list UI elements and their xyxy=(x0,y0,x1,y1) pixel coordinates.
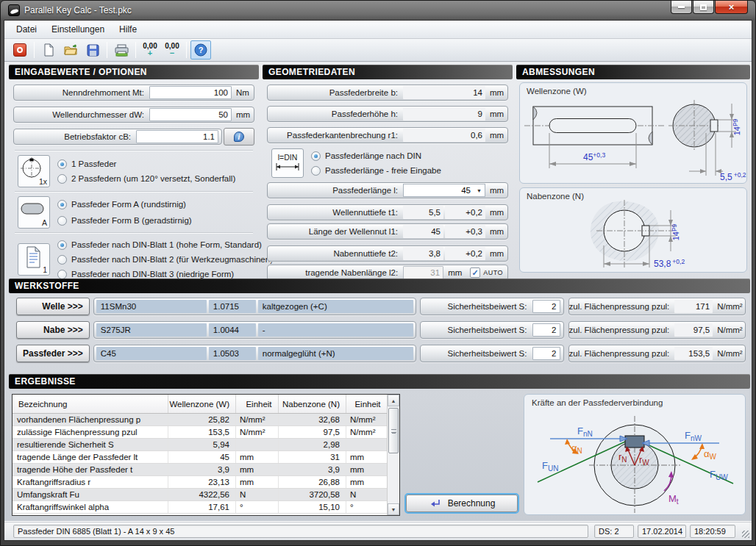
label-Mt: Mt xyxy=(668,493,679,506)
material-name: 11SMn30 xyxy=(96,300,207,313)
sicherheitsbeiwert-input[interactable]: 2 xyxy=(532,300,560,313)
anzahl-icon: 1x xyxy=(18,155,50,187)
field-unit: N/mm² xyxy=(713,326,745,334)
menu-hilfe[interactable]: Hilfe xyxy=(112,22,144,37)
material-treatment: normalgeglüht (+N) xyxy=(258,347,413,360)
table-header-row: Bezeichnung Wellenzone (W) Einheit Naben… xyxy=(13,395,399,414)
pressung-value: 97,5 xyxy=(674,323,713,337)
option-1-passfeder[interactable]: 1 Passfeder xyxy=(57,157,254,171)
toolbar-separator xyxy=(34,42,35,58)
passfeder-material: C45 1.0503 normalgeglüht (+N) xyxy=(93,345,416,362)
column-header[interactable]: Bezeichnung xyxy=(13,395,168,413)
scrollbar-thumb[interactable] xyxy=(388,408,399,453)
decimals-decrease-button[interactable]: 0,00− xyxy=(162,40,182,60)
option-2-passfedern[interactable]: 2 Passfedern (um 120° versetzt, Sonderfa… xyxy=(57,171,254,186)
field-wellennut-laenge: Länge der Wellennut l1: 45 +0,3 mm xyxy=(267,223,508,240)
enter-icon xyxy=(429,499,441,508)
radio-icon xyxy=(311,166,321,176)
info-button[interactable]: i xyxy=(224,128,254,146)
column-header[interactable]: Nabenzone (N) xyxy=(279,395,346,413)
forces-box: Kräfte an der Passfederverbindung xyxy=(524,394,746,515)
help-button[interactable]: ? xyxy=(190,40,211,60)
dim-wellennut-breite: 14P9 xyxy=(732,118,741,135)
betriebsfaktor-input[interactable]: 1.1 xyxy=(136,130,218,143)
panel-eingabewerte-header: EINGABEWERTE / OPTIONEN xyxy=(9,65,259,79)
status-time: 18:20:59 xyxy=(690,525,735,538)
welle-sicherheit: Sicherheitsbeiwert S: 2 xyxy=(420,298,564,315)
status-date: 17.02.2014 xyxy=(638,525,686,538)
column-header[interactable]: Einheit xyxy=(236,395,279,413)
field-label: Passfederlänge l: xyxy=(268,186,403,195)
nenndrehmoment-input[interactable]: 100 xyxy=(149,86,232,99)
table-row: Kraftangriffswinkel alpha17,61°15,10° xyxy=(13,501,399,514)
save-button[interactable] xyxy=(82,40,103,60)
menu-einstellungen[interactable]: Einstellungen xyxy=(44,22,112,37)
field-nabennuttiefe: Nabennuttiefe t2: 3,8 +0,2 mm xyxy=(267,245,508,262)
forces-diagram: FnN FnW FUN FUW αN αW rN rW Mt xyxy=(524,410,745,514)
svg-text:?: ? xyxy=(199,46,204,54)
field-label: zul. Flächenpressung pzul: xyxy=(569,326,675,334)
field-unit: N/mm² xyxy=(713,302,745,311)
wellenzone-diagram: 45+0,3 14P9 xyxy=(520,98,746,183)
wellendurchmesser-input[interactable]: 50 xyxy=(149,108,232,121)
titlebar[interactable]: Parallel Key Calc - Test.pkc × xyxy=(4,1,752,20)
field-wellennuttiefe: Wellennuttiefe t1: 5,5 +0,2 mm xyxy=(267,204,508,220)
ergebnisse-header: ERGEBNISSE xyxy=(9,374,750,389)
help-icon: ? xyxy=(194,43,207,57)
print-button[interactable] xyxy=(111,40,132,60)
client-area: Datei Einstellungen Hilfe xyxy=(4,20,752,541)
werkstoff-row-passfeder: Passfeder >>> C45 1.0503 normalgeglüht (… xyxy=(16,344,746,363)
new-file-button[interactable] xyxy=(38,40,59,60)
scroll-down-icon[interactable]: ▼ xyxy=(388,503,399,515)
werkstoffe-header: WERKSTOFFE xyxy=(9,279,750,293)
nabe-button[interactable]: Nabe >>> xyxy=(16,321,90,339)
werkstoff-row-nabe: Nabe >>> S275JR 1.0044 - Sicherheitsbeiw… xyxy=(16,320,746,340)
sicherheitsbeiwert-input[interactable]: 2 xyxy=(532,323,560,337)
dim-wellennut-laenge: 45+0,3 xyxy=(583,151,605,162)
minimize-button[interactable] xyxy=(671,1,692,14)
option-form-b[interactable]: Passfeder Form B (geradstirnig) xyxy=(57,212,254,229)
field-label: Sicherheitsbeiwert S: xyxy=(421,349,532,358)
dim-nabennut-breite: 14P9 xyxy=(671,223,680,240)
table-scrollbar[interactable]: ▲ ▼ xyxy=(387,395,399,515)
save-icon xyxy=(87,44,99,57)
column-header[interactable]: Wellenzone (W) xyxy=(168,395,236,413)
option-laenge-frei[interactable]: Passfederlänge - freie Eingabe xyxy=(311,163,508,178)
option-form-a[interactable]: Passfeder Form A (rundstirnig) xyxy=(57,196,254,212)
sicherheitsbeiwert-input[interactable]: 2 xyxy=(532,347,560,360)
minimize-icon xyxy=(678,6,685,8)
exit-button[interactable] xyxy=(10,40,30,60)
field-passfederhoehe: Passfederhöhe h: 9 mm xyxy=(267,106,508,122)
passfederlaenge-dropdown[interactable]: 45 ▼ xyxy=(403,184,485,197)
menu-datei[interactable]: Datei xyxy=(9,22,44,37)
laenge-din-icon: l=DIN xyxy=(271,148,304,178)
nabe-sicherheit: Sicherheitsbeiwert S: 2 xyxy=(420,321,564,339)
panel-abmessungen-header: ABMESSUNGEN xyxy=(516,65,750,79)
field-passfederbreite: Passfederbreite b: 14 mm xyxy=(267,85,508,101)
scroll-up-icon[interactable]: ▲ xyxy=(388,395,399,406)
field-unit: mm xyxy=(485,109,507,118)
radio-icon xyxy=(57,159,67,169)
ergebnisse-table: Bezeichnung Wellenzone (W) Einheit Naben… xyxy=(12,394,400,516)
material-name: C45 xyxy=(96,347,207,360)
option-din-blatt-2[interactable]: Passfeder nach DIN-Blatt 2 (für Werkzeug… xyxy=(57,252,273,267)
welle-button[interactable]: Welle >>> xyxy=(16,298,90,315)
column-header[interactable]: Einheit xyxy=(346,395,385,413)
berechnung-button[interactable]: Berechnung xyxy=(406,495,518,512)
panel-geometriedaten-header: GEOMETRIEDATEN xyxy=(263,65,513,79)
option-din-blatt-1[interactable]: Passfeder nach DIN-Blatt 1 (hohe Form, S… xyxy=(57,237,273,252)
toolbar: 0,00+ 0,00− ? xyxy=(4,39,752,62)
close-button[interactable]: × xyxy=(715,1,748,14)
resize-grip[interactable] xyxy=(742,531,749,538)
auto-checkbox[interactable]: ✓ xyxy=(470,267,480,278)
open-file-button[interactable] xyxy=(60,40,81,60)
passfeder-button[interactable]: Passfeder >>> xyxy=(16,345,90,362)
maximize-button[interactable] xyxy=(693,1,714,14)
menubar: Datei Einstellungen Hilfe xyxy=(4,21,752,39)
separator xyxy=(15,232,253,234)
wellenzone-label: Wellenzone (W) xyxy=(527,87,587,96)
option-laenge-din[interactable]: Passfederlänge nach DIN xyxy=(311,148,508,163)
decimals-increase-button[interactable]: 0,00+ xyxy=(140,40,160,60)
toolbar-separator xyxy=(135,42,136,58)
dim-nabennut-durchmesser: 53,8+0,2 xyxy=(654,258,685,269)
